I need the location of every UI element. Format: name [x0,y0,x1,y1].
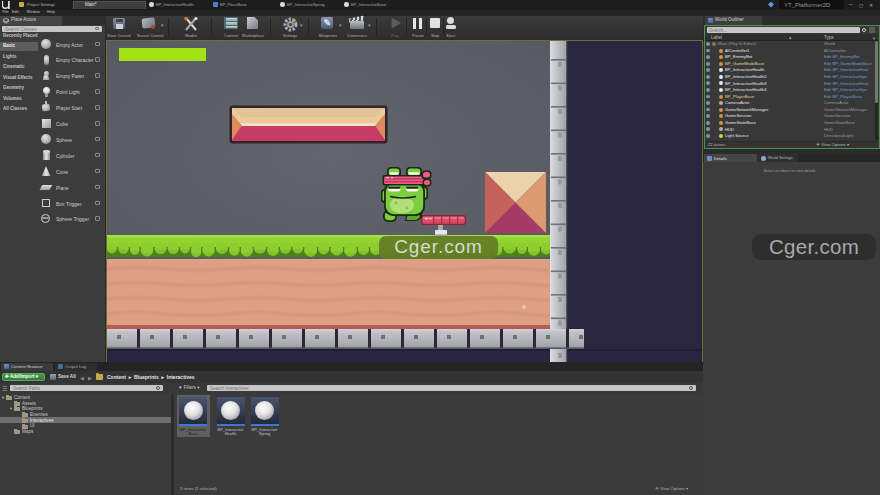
svg-text:Cger.com: Cger.com [394,236,483,257]
